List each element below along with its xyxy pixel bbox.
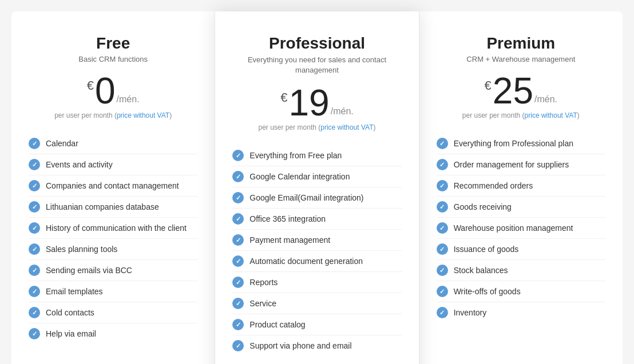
feature-text: Calendar	[46, 139, 78, 148]
list-item: Write-offs of goods	[437, 281, 605, 302]
check-icon	[437, 307, 448, 318]
list-item: Google Calendar integration	[232, 166, 401, 187]
list-item: Automatic document generation	[232, 251, 401, 272]
feature-text: Support via phone and email	[249, 341, 351, 350]
check-icon	[29, 286, 40, 297]
feature-text: Sales planning tools	[46, 245, 117, 254]
feature-text: Reports	[249, 278, 278, 287]
list-item: Issuance of goods	[437, 239, 605, 260]
list-item: Google Email(Gmail integration)	[232, 187, 401, 209]
price-row-free: €0/mén.	[29, 73, 197, 109]
check-icon	[232, 192, 244, 203]
check-icon	[437, 138, 448, 149]
list-item: Office 365 integration	[232, 209, 401, 230]
list-item: Payment management	[232, 230, 401, 251]
check-icon	[29, 307, 40, 318]
list-item: Calendar	[29, 133, 197, 154]
plan-name-professional: Professional	[232, 34, 401, 53]
features-list-premium: Everything from Professional planOrder m…	[437, 133, 605, 356]
price-number-professional: 19	[289, 85, 330, 121]
check-icon	[232, 319, 244, 330]
price-number-free: 0	[95, 73, 116, 109]
list-item: Recommended orders	[437, 175, 605, 197]
plan-subtitle-professional: Everything you need for sales and contac…	[232, 55, 401, 75]
feature-text: Cold contacts	[46, 308, 94, 317]
list-item: Everything from Professional plan	[437, 133, 605, 154]
check-icon	[437, 159, 448, 170]
feature-text: Google Email(Gmail integration)	[249, 193, 363, 202]
features-list-professional: Everything from Free planGoogle Calendar…	[232, 145, 401, 356]
check-icon	[232, 234, 244, 246]
check-icon	[232, 340, 244, 351]
list-item: Sales planning tools	[29, 239, 197, 260]
per-user-text-premium: per user per month (price without VAT)	[437, 111, 605, 119]
feature-text: Lithuanian companies database	[46, 202, 159, 211]
price-number-premium: 25	[493, 73, 533, 109]
currency-free: €	[87, 78, 94, 93]
plan-card-premium: PremiumCRM + Warehouse management€25/mén…	[419, 11, 623, 364]
list-item: Email templates	[29, 281, 197, 302]
feature-text: Companies and contact management	[46, 181, 179, 190]
check-icon	[232, 150, 244, 161]
check-icon	[29, 328, 40, 339]
feature-text: Inventory	[454, 308, 487, 317]
check-icon	[29, 243, 40, 255]
feature-text: History of communication with the client	[46, 223, 187, 233]
price-period-free: /mén.	[117, 94, 140, 105]
list-item: Inventory	[437, 302, 605, 323]
currency-professional: €	[280, 90, 287, 105]
per-user-text-free: per user per month (price without VAT)	[29, 111, 197, 119]
plan-card-free: FreeBasic CRM functions€0/mén.per user p…	[11, 11, 215, 364]
currency-premium: €	[485, 78, 492, 93]
plan-subtitle-premium: CRM + Warehouse management	[437, 55, 605, 63]
feature-text: Help via email	[46, 329, 96, 338]
feature-text: Everything from Free plan	[249, 151, 342, 160]
feature-text: Goods receiving	[454, 202, 512, 211]
check-icon	[29, 180, 40, 191]
feature-text: Events and activity	[46, 160, 113, 169]
list-item: Stock balances	[437, 260, 605, 281]
feature-text: Recommended orders	[454, 181, 533, 190]
feature-text: Everything from Professional plan	[454, 139, 573, 148]
check-icon	[29, 138, 40, 149]
check-icon	[29, 222, 40, 234]
check-icon	[29, 201, 40, 213]
check-icon	[437, 243, 448, 255]
feature-text: Issuance of goods	[454, 245, 519, 254]
check-icon	[29, 265, 40, 276]
list-item: Sending emails via BCC	[29, 260, 197, 281]
list-item: History of communication with the client	[29, 218, 197, 239]
feature-text: Payment management	[249, 235, 330, 245]
check-icon	[437, 201, 448, 213]
check-icon	[29, 159, 40, 170]
check-icon	[437, 180, 448, 191]
price-period-premium: /mén.	[534, 94, 557, 105]
list-item: Product catalog	[232, 314, 401, 335]
feature-text: Sending emails via BCC	[46, 266, 132, 275]
list-item: Reports	[232, 272, 401, 293]
per-user-text-professional: per user per month (price without VAT)	[232, 123, 401, 131]
list-item: Goods receiving	[437, 197, 605, 218]
check-icon	[232, 277, 244, 288]
list-item: Everything from Free plan	[232, 145, 401, 166]
features-list-free: CalendarEvents and activityCompanies and…	[29, 133, 197, 356]
check-icon	[232, 213, 244, 225]
price-row-premium: €25/mén.	[437, 73, 605, 109]
feature-text: Office 365 integration	[249, 214, 326, 223]
list-item: Order management for suppliers	[437, 154, 605, 175]
check-icon	[437, 286, 448, 297]
plan-name-free: Free	[29, 34, 197, 53]
list-item: Companies and contact management	[29, 175, 197, 197]
list-item: Cold contacts	[29, 302, 197, 323]
list-item: Support via phone and email	[232, 335, 401, 356]
feature-text: Service	[249, 299, 276, 308]
list-item: Lithuanian companies database	[29, 197, 197, 218]
plan-name-premium: Premium	[437, 34, 605, 53]
pricing-container: FreeBasic CRM functions€0/mén.per user p…	[11, 11, 623, 364]
list-item: Events and activity	[29, 154, 197, 175]
feature-text: Order management for suppliers	[454, 160, 569, 169]
feature-text: Product catalog	[249, 320, 305, 329]
feature-text: Write-offs of goods	[454, 287, 521, 296]
price-period-professional: /mén.	[331, 106, 354, 117]
check-icon	[232, 298, 244, 309]
